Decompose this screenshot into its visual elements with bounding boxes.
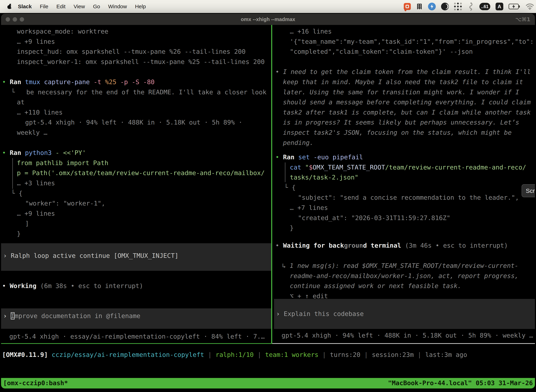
working-status: • Working (6m 38s • esc to interrupt) (1, 281, 271, 291)
menu-item-edit[interactable]: Edit (57, 4, 66, 9)
terminal-line (1, 138, 271, 148)
tmux-host-clock: "MacBook-Pro-44.local" 05:03 31-Mar-26 (388, 378, 533, 388)
terminal-line (274, 57, 535, 67)
terminal-line: • Waiting for background terminal (3m 46… (274, 240, 535, 251)
menu-item-file[interactable]: File (40, 4, 48, 9)
screen-share-chip[interactable]: Scre (522, 184, 535, 197)
terminal-line: › Improve documentation in @filename (1, 311, 271, 321)
terminal-line: gpt-5.4 xhigh · 94% left · 488K in · 5.1… (1, 117, 271, 127)
terminal-line: task2 after task1 is complete, but can I… (274, 107, 535, 117)
terminal-line: workspace_mode: worktree (1, 26, 271, 37)
terminal-line: "subject": "send a concise recommendatio… (274, 192, 535, 203)
terminal-window: omx --xhigh --madmax ⌥⌘1 workspace_mode:… (1, 14, 535, 388)
app-menu-slack[interactable]: Slack (18, 4, 32, 9)
terminal-line: [OMX#0.11.9] cczip/essay/ai-reimplementa… (1, 350, 535, 360)
keyboard-icon[interactable] (416, 2, 423, 10)
wifi-icon[interactable] (526, 3, 534, 10)
terminal-line: weekly … (1, 127, 271, 138)
menu-item-help[interactable]: Help (135, 4, 146, 9)
terminal-line: "worker": "worker-1", (1, 198, 271, 209)
terminal-line: … +9 lines (1, 209, 271, 219)
terminal-line: } (274, 223, 535, 233)
terminal-line: inspect task2's JSON, focusing on the st… (274, 127, 535, 138)
menu-item-view[interactable]: View (73, 4, 85, 9)
tmux-pane-right[interactable]: … +16 lines'{"team_name":"my-team","task… (274, 25, 535, 343)
terminal-line: later. Using the same for transition mig… (274, 87, 535, 97)
connector-line (285, 163, 285, 182)
terminal-line: └ { (274, 182, 535, 193)
prompt-input-left[interactable]: › Improve documentation in @filename (1, 308, 271, 329)
terminal-content: workspace_mode: worktree… +9 linesinspec… (1, 25, 535, 381)
omx-session-status: [OMX#0.11.9] cczip/essay/ai-reimplementa… (1, 350, 535, 360)
slack-notification-icon[interactable] (404, 3, 411, 10)
tmux-pane-hud: [OMX#0.11.9] cczip/essay/ai-reimplementa… (1, 344, 535, 381)
terminal-line: is in progress? It seems likely but perh… (274, 117, 535, 127)
waiting-status: • Waiting for background terminal (3m 46… (274, 240, 535, 301)
count-badge-icon[interactable]: ..61 (479, 3, 490, 10)
terminal-line: should send a message before completing … (274, 97, 535, 107)
terminal-line: └ { (1, 188, 271, 198)
window-title: omx --xhigh --madmax (1, 17, 535, 22)
menu-items: FileEditViewGoWindowHelp (40, 4, 154, 9)
model-status-left: gpt-5.4 xhigh · essay/ai-reimplementatio… (1, 331, 271, 342)
ran-cat-block: • Ran set -euo pipefailcat "$OMX_TEAM_ST… (274, 152, 535, 233)
menu-bar: Slack FileEditViewGoWindowHelp ..61 A (0, 0, 536, 13)
ralph-loop-banner: › Ralph loop active continue [OMX_TMUX_I… (1, 243, 271, 271)
terminal-line: '{"team_name":"my-team","task_id":"1","f… (274, 37, 535, 47)
terminal-line: at (1, 97, 271, 107)
menu-item-go[interactable]: Go (93, 4, 100, 9)
terminal-line: "created_at": "2026-03-31T11:59:27.816Z" (274, 213, 535, 223)
input-source-icon[interactable]: A (496, 3, 503, 10)
terminal-line: … +7 lines (274, 203, 535, 213)
tmux-pane-left[interactable]: workspace_mode: worktree… +9 linesinspec… (1, 25, 271, 343)
title-bar[interactable]: omx --xhigh --madmax ⌥⌘1 (1, 14, 535, 25)
contrast-moon-icon[interactable] (441, 3, 449, 10)
pane-divider[interactable] (271, 25, 272, 344)
terminal-line: gpt-5.4 xhigh · essay/ai-reimplementatio… (1, 331, 271, 342)
connector-line (12, 158, 13, 189)
terminal-line: └ be necessary for the end of the README… (1, 87, 271, 97)
terminal-line: • Ran set -euo pipefail (274, 152, 535, 162)
menu-bar-left: Slack FileEditViewGoWindowHelp (0, 4, 154, 9)
terminal-line: • Working (6m 38s • esc to interrupt) (1, 281, 271, 291)
terminal-line: keep that in mind. Maybe I also need the… (274, 77, 535, 87)
terminal-line: ] (1, 219, 271, 229)
model-status-right: gpt-5.4 xhigh · 94% left · 488K in · 5.1… (274, 330, 535, 341)
terminal-line: • Ran tmux capture-pane -t %25 -p -S -80 (1, 77, 271, 87)
terminal-line: readme-and-reco/mailbox/worker-1.json, a… (274, 271, 535, 281)
terminal-line (274, 251, 535, 261)
terminal-line: p = Path('.omx/state/team/review-current… (1, 168, 271, 178)
apple-menu-icon[interactable] (7, 4, 12, 9)
scrollback-top: … +16 lines'{"team_name":"my-team","task… (274, 26, 535, 148)
battery-icon[interactable] (509, 4, 520, 9)
terminal-line: "completed","claim_token":"claim-token"}… (274, 47, 535, 57)
scrollback-top: workspace_mode: worktree… +9 linesinspec… (1, 26, 271, 239)
terminal-line: inspect_hud: omx sparkshell --tmux-pane … (1, 47, 271, 57)
tmux-session-label: [omx-cczip0:bash* (3, 378, 68, 388)
terminal-line: continue assigned work or next feasible … (274, 281, 535, 291)
tmux-status-bar: [omx-cczip0:bash* "MacBook-Pro-44.local"… (1, 378, 535, 388)
terminal-line: … +3 lines (1, 178, 271, 188)
prompt-input-right[interactable]: › Explain this codebase (274, 299, 535, 329)
menu-bar-status-icons: ..61 A (404, 2, 536, 11)
dots-grid-icon[interactable] (454, 3, 462, 10)
menu-item-window[interactable]: Window (108, 4, 127, 9)
terminal-line: tasks/task-2.json" (274, 172, 535, 182)
terminal-line: • Ran python3 - <<'PY' (1, 148, 271, 158)
terminal-line: ↳ 1 new msg(s): read $OMX_TEAM_STATE_ROO… (274, 261, 535, 271)
terminal-line: … +9 lines (1, 37, 271, 47)
terminal-line: inspect_worker-1: omx sparkshell --tmux-… (1, 57, 271, 67)
terminal-line: › Explain this codebase (274, 309, 535, 319)
terminal-line: gpt-5.4 xhigh · 94% left · 488K in · 5.1… (274, 330, 535, 341)
terminal-line (1, 67, 271, 77)
terminal-line: … +16 lines (274, 26, 535, 37)
dragon-icon[interactable] (467, 2, 474, 11)
screen: Slack FileEditViewGoWindowHelp ..61 A (0, 0, 536, 392)
terminal-line: • I need to get the claim token from the… (274, 67, 535, 77)
terminal-line: › Ralph loop active continue [OMX_TMUX_I… (1, 251, 271, 261)
terminal-line: cat "$OMX_TEAM_STATE_ROOT/team/review-cu… (274, 162, 535, 173)
terminal-line: … +110 lines (1, 107, 271, 117)
terminal-line: } (1, 229, 271, 239)
terminal-line: from pathlib import Path (1, 158, 271, 168)
zap-icon[interactable] (428, 3, 436, 10)
